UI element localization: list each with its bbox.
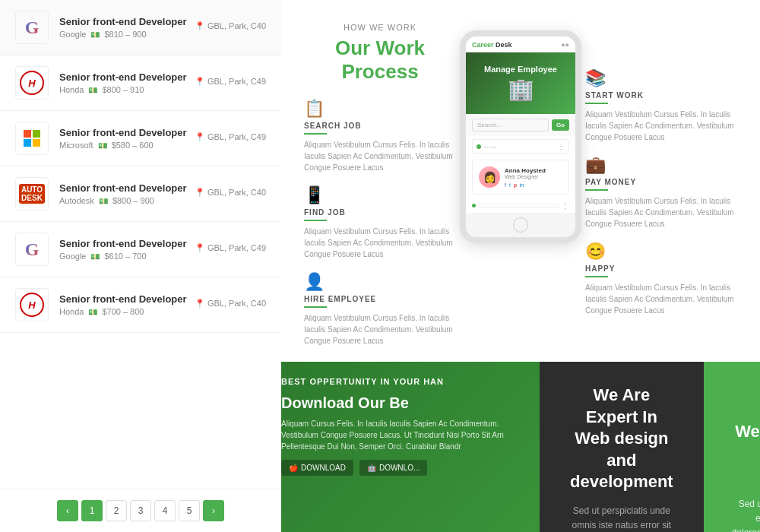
phone-bottom-row: ⋮ (466, 199, 575, 213)
step-underline (585, 189, 608, 191)
apple-icon: 🍎 (289, 464, 298, 472)
job-meta: 📍 GBL, Park, C49 (195, 132, 266, 144)
bottom-sections: Career Desk Username Username LOGIN BEST… (281, 362, 760, 532)
status-dot (477, 144, 481, 149)
step-label: START WORK (585, 91, 737, 100)
job-company: Autodesk 💵 $800 – 900 (59, 196, 195, 205)
work-process-section: HOW WE WORK Our Work Process 📋 SEARCH JO… (281, 0, 760, 362)
job-company: Honda 💵 $700 – 800 (59, 307, 195, 316)
pagination: ‹ 1 2 3 4 5 › (0, 489, 281, 532)
page-btn-3[interactable]: 3 (130, 500, 151, 521)
phone-top-bar: Career Desk ●● (466, 36, 575, 52)
pin-icon[interactable]: p (514, 182, 517, 188)
phone-go-btn[interactable]: Go (552, 119, 569, 131)
step-underline (585, 276, 608, 277)
job-location: 📍 GBL, Park, C49 (195, 243, 266, 253)
job-location: 📍 GBL, Park, C40 (195, 299, 266, 309)
company-name: Google (59, 252, 86, 261)
hire-section: We Are Expert In Web design and developm… (540, 362, 704, 532)
options-icon-2[interactable]: ⋮ (562, 201, 569, 210)
salary: $580 – 600 (112, 141, 154, 150)
step-label: FIND JOB (304, 208, 456, 217)
job-item[interactable]: H Senior front-end Developer Honda 💵 $70… (0, 277, 281, 333)
process-steps-left: 📋 SEARCH JOB Aliquam Vestibulum Cursus F… (304, 99, 456, 347)
phone-search-box[interactable]: Search... (472, 119, 549, 131)
left-panel: G Senior front-end Developer Google 💵 $8… (0, 0, 281, 532)
next-page-btn[interactable]: › (203, 500, 224, 521)
download-btn-1[interactable]: 🍎 DOWNLOAD (281, 460, 353, 476)
phone-brand: Career Desk (472, 41, 512, 49)
fb-icon[interactable]: f (505, 182, 506, 188)
download-section: Career Desk Username Username LOGIN BEST… (281, 362, 540, 532)
step-desc: Aliquam Vestibulum Cursus Felis. In Iacu… (304, 312, 456, 347)
page-btn-1[interactable]: 1 (81, 500, 103, 521)
company-name: Honda (59, 85, 84, 94)
hire-title: We Are Expert In Web design and developm… (570, 385, 673, 493)
job-list: G Senior front-end Developer Google 💵 $8… (0, 0, 281, 489)
job-item[interactable]: G Senior front-end Developer Google 💵 $8… (0, 0, 281, 55)
download-desc: Aliquam Cursus Felis. In Iaculis Iaculis… (281, 418, 524, 452)
job-meta: 📍 GBL, Park, C49 (195, 243, 266, 255)
step-underline (585, 103, 608, 104)
job-logo: H (15, 288, 49, 321)
download-title: Download Our Be (281, 394, 524, 412)
salary-icon: 💵 (88, 308, 97, 316)
job-item[interactable]: H Senior front-end Developer Honda 💵 $80… (0, 55, 281, 111)
job-logo: G (15, 11, 49, 44)
page-btn-2[interactable]: 2 (106, 500, 127, 521)
phone-hero-image: 🏢 (473, 77, 568, 102)
in-icon[interactable]: in (520, 182, 524, 188)
options-icon[interactable]: ⋮ (557, 142, 565, 150)
job-info: Senior front-end Developer Autodesk 💵 $8… (59, 182, 195, 205)
job-location: 📍 GBL, Park, C49 (195, 77, 266, 87)
location-icon: 📍 (195, 299, 205, 308)
salary-icon: 💵 (98, 141, 107, 150)
job-title: Senior front-end Developer (59, 16, 195, 27)
process-subtitle: HOW WE WORK (304, 23, 456, 32)
step-desc: Aliquam Vestibulum Cursus Felis. In Iacu… (304, 139, 456, 173)
job-item[interactable]: Senior front-end Developer Microsoft 💵 $… (0, 111, 281, 166)
prev-page-btn[interactable]: ‹ (57, 500, 78, 521)
process-step-right: 😊 HAPPY Aliquam Vestibulum Cursus Felis.… (585, 242, 737, 316)
step-desc: Aliquam Vestibulum Cursus Felis. In Iacu… (304, 226, 456, 260)
salary: $800 – 900 (112, 196, 154, 205)
job-info: Senior front-end Developer Microsoft 💵 $… (59, 127, 195, 150)
job-item[interactable]: AUTODESK Senior front-end Developer Auto… (0, 166, 281, 222)
tw-icon[interactable]: t (509, 182, 511, 188)
location-icon: 📍 (195, 188, 205, 197)
job-company: Honda 💵 $800 – 910 (59, 85, 195, 94)
job-meta: 📍 GBL, Park, C49 (195, 77, 266, 89)
job-company: Microsoft 💵 $580 – 600 (59, 141, 195, 150)
status-dot-2 (472, 204, 476, 207)
download-text: BEST OPPERTUNITY IN YOUR HAN Download Ou… (281, 377, 524, 476)
step-underline (304, 306, 327, 308)
step-icon: 😊 (585, 242, 737, 261)
hire-desc: Sed ut perspiciatis unde omnis iste natu… (570, 504, 673, 532)
phone-nav-bar (466, 213, 575, 237)
phone-card-role: Web Designer (505, 174, 562, 179)
job-item[interactable]: G Senior front-end Developer Google 💵 $6… (0, 222, 281, 277)
phone-home-btn[interactable] (513, 217, 528, 233)
process-step-right: 💼 PAY MONEY Aliquam Vestibulum Cursus Fe… (585, 155, 737, 230)
page-btn-4[interactable]: 4 (154, 500, 176, 521)
location-icon: 📍 (195, 77, 205, 86)
salary-icon: 💵 (99, 197, 108, 205)
job-info: Senior front-end Developer Google 💵 $610… (59, 238, 195, 261)
android-icon: 🤖 (367, 464, 376, 472)
job-title: Senior front-end Developer (59, 71, 195, 83)
job-info: Senior front-end Developer Honda 💵 $700 … (59, 293, 195, 316)
svg-rect-1 (33, 130, 40, 138)
download-btn-2[interactable]: 🤖 DOWNLO... (359, 460, 427, 476)
location-icon: 📍 (195, 243, 205, 252)
progress-bar (478, 204, 559, 207)
location-icon: 📍 (195, 21, 205, 30)
job-logo: G (15, 233, 49, 266)
phone-search: Search... Go (466, 114, 575, 136)
location-icon: 📍 (195, 132, 205, 141)
step-label: HIRE EMPLOYEE (304, 295, 456, 303)
step-icon: 📚 (585, 68, 737, 88)
page-btn-5[interactable]: 5 (179, 500, 200, 521)
phone-avatar: 👩 (479, 166, 500, 188)
job-meta: 📍 GBL, Park, C40 (195, 299, 266, 311)
process-step: 👤 HIRE EMPLOYEE Aliquam Vestibulum Cursu… (304, 272, 456, 347)
